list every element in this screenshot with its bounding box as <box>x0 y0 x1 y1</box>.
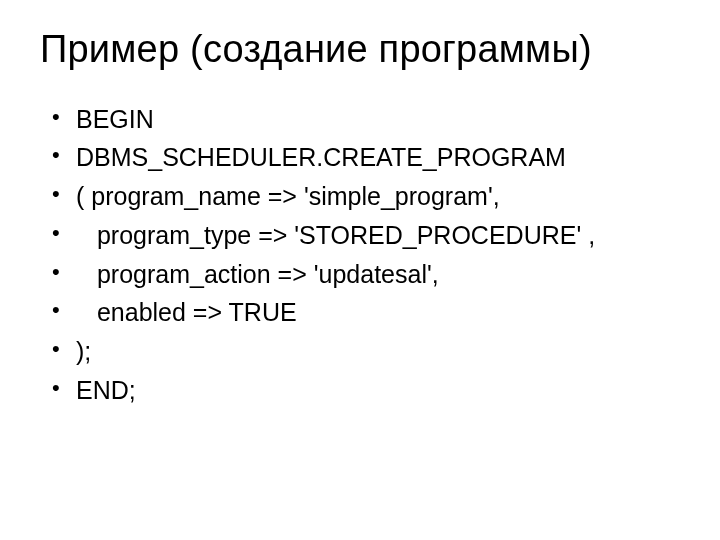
bullet-list: BEGIN DBMS_SCHEDULER.CREATE_PROGRAM ( pr… <box>40 100 680 410</box>
bullet-text: program_type => 'STORED_PROCEDURE' , <box>90 221 595 249</box>
list-item: enabled => TRUE <box>76 293 680 332</box>
list-item: BEGIN <box>76 100 680 139</box>
list-item: program_type => 'STORED_PROCEDURE' , <box>76 216 680 255</box>
list-item: program_action => 'updatesal', <box>76 255 680 294</box>
bullet-text: program_action => 'updatesal', <box>90 260 439 288</box>
bullet-text: BEGIN <box>76 105 154 133</box>
slide: Пример (создание программы) BEGIN DBMS_S… <box>0 0 720 540</box>
bullet-text: ); <box>76 337 91 365</box>
list-item: ( program_name => 'simple_program', <box>76 177 680 216</box>
list-item: END; <box>76 371 680 410</box>
bullet-text: ( program_name => 'simple_program', <box>76 182 500 210</box>
list-item: DBMS_SCHEDULER.CREATE_PROGRAM <box>76 138 680 177</box>
list-item: ); <box>76 332 680 371</box>
bullet-text: END; <box>76 376 136 404</box>
bullet-text: DBMS_SCHEDULER.CREATE_PROGRAM <box>76 143 566 171</box>
bullet-text: enabled => TRUE <box>90 298 297 326</box>
slide-title: Пример (создание программы) <box>40 28 680 72</box>
